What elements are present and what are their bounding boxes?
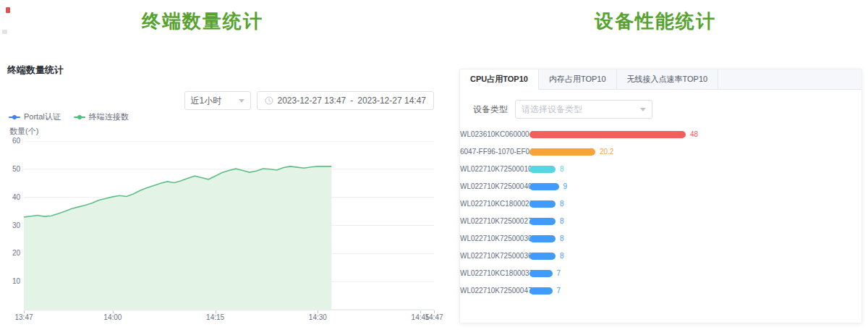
bar-row: WL022710KC180003727 bbox=[460, 265, 863, 282]
top10-tabs: CPU占用TOP10内存占用TOP10无线接入点速率TOP10 bbox=[460, 69, 861, 90]
legend-item[interactable]: Portal认证 bbox=[9, 111, 61, 122]
date-range-picker[interactable]: 2023-12-27 13:47 - 2023-12-27 14:47 bbox=[257, 91, 435, 110]
x-tick-mark bbox=[216, 310, 216, 313]
trend-legend: Portal认证终端连接数 bbox=[9, 111, 129, 122]
bar-category-label: WL022710KC18000372 bbox=[460, 265, 525, 282]
time-range-select[interactable]: 近1小时 bbox=[184, 91, 251, 110]
x-tick-label: 14:30 bbox=[303, 313, 332, 321]
x-tick-label: 14:00 bbox=[98, 313, 127, 321]
legend-item[interactable]: 终端连接数 bbox=[74, 111, 129, 122]
bar-row: WL022710K7250003698 bbox=[460, 248, 863, 265]
bar-value-label: 9 bbox=[563, 178, 568, 195]
bar-category-label: WL022710K725000409 bbox=[460, 178, 525, 195]
bar bbox=[529, 148, 595, 156]
bar bbox=[529, 166, 556, 173]
bar bbox=[529, 253, 556, 260]
legend-label: 终端连接数 bbox=[89, 111, 129, 122]
bar-row: WL022710K7250004099 bbox=[460, 178, 863, 195]
date-separator: - bbox=[350, 96, 353, 106]
device-performance-card: CPU占用TOP10内存占用TOP10无线接入点速率TOP10 设备类型 请选择… bbox=[459, 69, 862, 323]
bar bbox=[529, 183, 559, 190]
bar-row: WL022710K7250001028 bbox=[460, 161, 863, 178]
device-type-filter-row: 设备类型 请选择设备类型 bbox=[473, 100, 652, 119]
bar-value-label: 20.2 bbox=[600, 143, 613, 161]
y-tick-label: 40 bbox=[3, 192, 20, 203]
bar-category-label: WL022710K725000470 bbox=[460, 282, 525, 300]
tab-wireless-rate-top10[interactable]: 无线接入点速率TOP10 bbox=[617, 69, 719, 89]
bar-value-label: 7 bbox=[557, 265, 561, 282]
bar bbox=[529, 218, 556, 225]
device-type-select[interactable]: 请选择设备类型 bbox=[515, 100, 652, 119]
bar-category-label: WL022710KC18000280 bbox=[460, 195, 525, 213]
bar-row: WL022710K7250002728 bbox=[460, 213, 863, 230]
x-tick-mark bbox=[318, 310, 318, 313]
legend-label: Portal认证 bbox=[24, 111, 61, 122]
left-page-title: 终端数量统计 bbox=[0, 9, 405, 34]
x-tick-label: 14:15 bbox=[201, 313, 230, 321]
y-tick-label: 20 bbox=[3, 248, 20, 258]
x-tick-label: 14:47 bbox=[420, 313, 448, 321]
device-performance-panel: 设备性能统计 CPU占用TOP10内存占用TOP10无线接入点速率TOP10 设… bbox=[457, 0, 868, 330]
y-tick-label: 50 bbox=[3, 164, 20, 174]
cpu-top10-bar-chart: 占用率(%) WL023610KC06000043486047-FF96-107… bbox=[460, 126, 863, 321]
bar bbox=[529, 200, 556, 208]
bar-value-label: 8 bbox=[560, 161, 564, 178]
time-range-value: 近1小时 bbox=[191, 95, 222, 107]
trend-controls: 近1小时 2023-12-27 13:47 - 2023-12-27 14:47 bbox=[0, 91, 434, 110]
bar-category-label: WL022710K725000369 bbox=[460, 248, 525, 265]
legend-swatch-icon bbox=[74, 117, 85, 118]
x-tick-label: 13:47 bbox=[9, 313, 38, 321]
trend-y-axis-title: 数量(个) bbox=[9, 126, 38, 137]
tab-memory-top10[interactable]: 内存占用TOP10 bbox=[539, 69, 617, 89]
bar-value-label: 8 bbox=[560, 248, 564, 265]
bar-category-label: 6047-FF96-1070-EF0A bbox=[460, 143, 525, 161]
x-tick-mark bbox=[434, 310, 435, 313]
chevron-down-icon bbox=[239, 99, 244, 103]
bar-row: WL022710K7250004707 bbox=[460, 282, 863, 300]
chevron-down-icon bbox=[640, 108, 646, 111]
bar-row: WL022710K7250003078 bbox=[460, 230, 863, 248]
y-tick-label: 30 bbox=[3, 221, 20, 231]
tab-cpu-top10[interactable]: CPU占用TOP10 bbox=[460, 69, 539, 90]
bar-value-label: 8 bbox=[560, 230, 564, 248]
trend-section-title: 终端数量统计 bbox=[7, 64, 64, 77]
x-tick-mark bbox=[24, 310, 25, 313]
y-tick-label: 10 bbox=[3, 276, 20, 287]
bar-row: WL022710KC180002808 bbox=[460, 195, 863, 213]
bar-row: 6047-FF96-1070-EF0A20.2 bbox=[460, 143, 863, 161]
bar bbox=[529, 235, 556, 242]
clock-icon bbox=[265, 96, 273, 105]
bar bbox=[529, 270, 553, 277]
date-start: 2023-12-27 13:47 bbox=[278, 96, 346, 106]
bar-category-label: WL023610KC06000043 bbox=[460, 126, 525, 143]
bar-category-label: WL022710K725000307 bbox=[460, 230, 525, 248]
bar bbox=[529, 287, 553, 295]
bar bbox=[529, 131, 686, 138]
bar-value-label: 8 bbox=[560, 195, 564, 213]
bar-value-label: 8 bbox=[560, 213, 564, 230]
date-end: 2023-12-27 14:47 bbox=[357, 96, 426, 106]
bar-value-label: 48 bbox=[690, 126, 698, 143]
trend-area-chart bbox=[24, 141, 434, 311]
legend-swatch-icon bbox=[9, 117, 20, 118]
trend-area-fill bbox=[24, 166, 331, 310]
bar-category-label: WL022710K725000102 bbox=[460, 161, 525, 178]
bar-row: WL023610KC0600004348 bbox=[460, 126, 863, 143]
device-type-label: 设备类型 bbox=[473, 103, 508, 116]
bar-value-label: 7 bbox=[557, 282, 561, 300]
bar-category-label: WL022710K725000272 bbox=[460, 213, 525, 230]
y-tick-label: 60 bbox=[3, 136, 20, 146]
right-page-title: 设备性能统计 bbox=[457, 9, 854, 34]
x-tick-mark bbox=[113, 310, 114, 313]
device-type-placeholder: 请选择设备类型 bbox=[522, 103, 582, 116]
terminal-stats-panel: 终端数量统计 终端数量统计 近1小时 2023-12-27 13:47 - 20… bbox=[0, 0, 448, 330]
